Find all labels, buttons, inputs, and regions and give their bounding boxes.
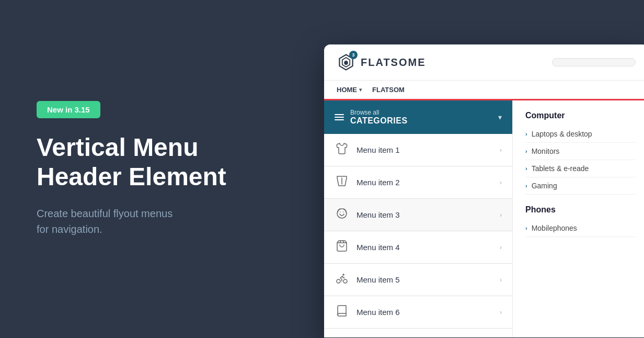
pants-icon: [335, 175, 349, 190]
left-section: New in 3.15 Vertical Menu Header Element…: [0, 70, 324, 268]
flyout-item[interactable]: › Tablets & e-reade: [525, 160, 636, 177]
logo-icon: 3: [337, 53, 355, 72]
flyout-item[interactable]: › Monitors: [525, 143, 636, 160]
menu-header-text: Browse all CATEGORIES: [350, 109, 492, 126]
arrow-right-icon: ›: [500, 179, 502, 186]
chevron-right-icon: ›: [525, 183, 527, 189]
menu-item[interactable]: Menu item 6 ›: [324, 296, 512, 329]
flyout-panel: Computer › Laptops & desktop › Monitors …: [512, 100, 644, 337]
arrow-right-icon: ›: [500, 244, 502, 251]
arrow-right-icon: ›: [500, 147, 502, 154]
menu-item[interactable]: Menu item 1 ›: [324, 134, 512, 166]
svg-point-6: [343, 279, 347, 283]
menu-item[interactable]: Menu item 3 ›: [324, 199, 512, 231]
nav-item-flatsome[interactable]: FLATSOM: [372, 86, 405, 94]
chevron-right-icon: ›: [525, 165, 527, 172]
browser-header: 3 FLATSOME: [324, 44, 644, 81]
search-input[interactable]: [552, 58, 636, 66]
menu-items-list: Menu item 1 › Menu item 2 ›: [324, 134, 512, 329]
menu-item[interactable]: Menu item 5 ›: [324, 264, 512, 296]
menu-item-2-label: Menu item 2: [356, 178, 492, 187]
face-icon: [335, 207, 349, 222]
chevron-right-icon: ›: [525, 131, 527, 137]
menu-header[interactable]: Browse all CATEGORIES ▾: [324, 100, 512, 134]
shirt-icon: [335, 142, 349, 157]
basket-icon: [335, 240, 349, 255]
main-title: Vertical Menu Header Element: [37, 133, 288, 190]
menu-item-5-label: Menu item 5: [356, 275, 492, 284]
flyout-item[interactable]: › Mobilephones: [525, 220, 636, 237]
browse-all-label: Browse all: [350, 109, 492, 116]
menu-item[interactable]: Menu item 2 ›: [324, 166, 512, 199]
flyout-item[interactable]: › Gaming: [525, 177, 636, 195]
flyout-category-phones: Phones › Mobilephones: [525, 205, 636, 237]
arrow-right-icon: ›: [500, 309, 502, 316]
version-number: 3: [349, 51, 358, 59]
chevron-right-icon: ›: [525, 225, 527, 231]
menu-item[interactable]: Menu item 4 ›: [324, 231, 512, 264]
logo-text: FLATSOME: [361, 57, 426, 69]
right-section: 3 FLATSOME HOME ▾ FLATSOM: [324, 0, 644, 338]
menu-chevron-icon: ▾: [498, 113, 502, 121]
browser-window: 3 FLATSOME HOME ▾ FLATSOM: [324, 44, 644, 337]
chevron-right-icon: ›: [525, 148, 527, 154]
nav-bar: HOME ▾ FLATSOM: [324, 81, 644, 100]
bike-icon: [335, 272, 349, 287]
logo-area: 3 FLATSOME: [337, 53, 426, 72]
categories-label: CATEGORIES: [350, 116, 492, 126]
main-content: Browse all CATEGORIES ▾ Menu item 1: [324, 100, 644, 337]
version-badge: New in 3.15: [37, 101, 100, 118]
nav-item-home[interactable]: HOME ▾: [337, 86, 362, 94]
book-icon: [335, 305, 349, 320]
vertical-menu: Browse all CATEGORIES ▾ Menu item 1: [324, 100, 512, 337]
menu-item-1-label: Menu item 1: [356, 145, 492, 154]
subtitle: Create beautiful flyout menus for naviga…: [37, 206, 288, 237]
arrow-right-icon: ›: [500, 211, 502, 219]
menu-item-6-label: Menu item 6: [356, 308, 492, 317]
hamburger-icon: [335, 114, 344, 120]
flyout-category-computer: Computer › Laptops & desktop › Monitors …: [525, 111, 636, 195]
flyout-item[interactable]: › Laptops & desktop: [525, 126, 636, 143]
phones-category-title: Phones: [525, 205, 636, 215]
arrow-right-icon: ›: [500, 276, 502, 284]
menu-item-4-label: Menu item 4: [356, 243, 492, 252]
menu-item-3-label: Menu item 3: [356, 210, 492, 219]
svg-point-5: [337, 279, 340, 283]
chevron-down-icon: ▾: [359, 87, 362, 93]
computer-category-title: Computer: [525, 111, 636, 120]
